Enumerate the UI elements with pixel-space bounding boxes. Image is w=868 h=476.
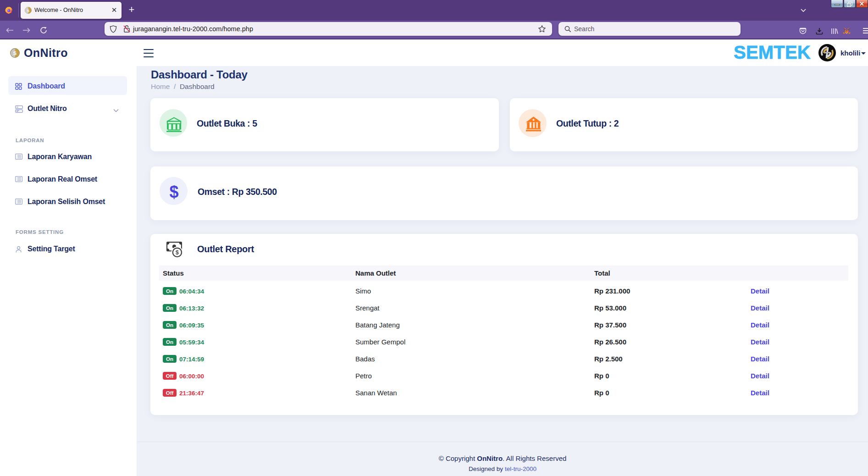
svg-text:S: S [27, 9, 30, 13]
svg-text:S: S [13, 50, 17, 56]
